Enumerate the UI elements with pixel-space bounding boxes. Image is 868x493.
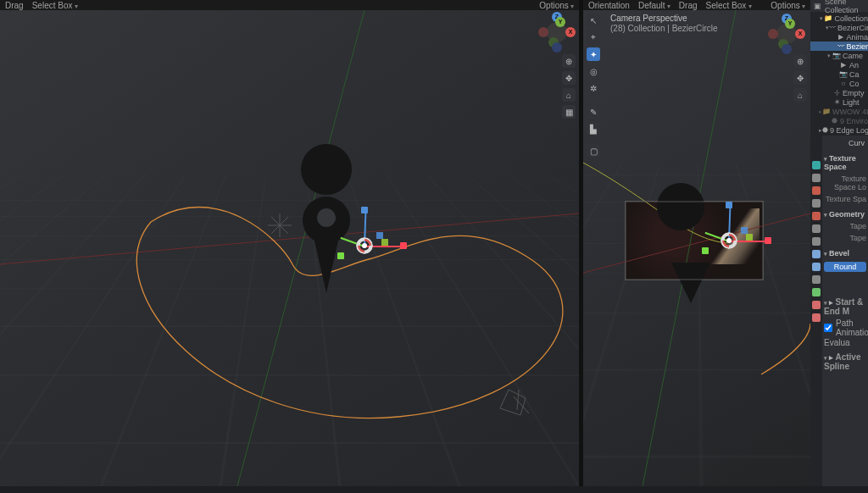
select-mode-2[interactable]: Select Box	[706, 1, 752, 10]
gizmo-toggle[interactable]: ✦	[587, 47, 600, 61]
outliner-row[interactable]: ▶Anima	[810, 32, 868, 42]
status-bar	[0, 486, 868, 493]
nav-gizmo[interactable]: Z Y X	[540, 15, 574, 49]
path-anim-eval[interactable]: Evalua	[824, 338, 866, 347]
tab-render[interactable]	[812, 161, 821, 169]
svg-line-1	[237, 10, 364, 486]
section-startend[interactable]: ▸ Start & End M	[824, 296, 866, 318]
outliner-row[interactable]: ▸📁WWOW 4K L	[810, 107, 868, 116]
tab-physics[interactable]	[812, 263, 821, 271]
outliner-row[interactable]: ☀Light	[810, 97, 868, 107]
texture-space-loc[interactable]: Texture Space Lo	[824, 173, 866, 193]
outliner-row[interactable]: ▾〰BezierCirc	[810, 23, 868, 32]
outliner-row[interactable]: ○Co	[810, 79, 868, 88]
axis-y[interactable]: Y	[555, 17, 565, 27]
outliner-panel: ▣ Scene Collection ▾📁Collection▾〰BezierC…	[810, 0, 868, 136]
pan-icon-2[interactable]: ✥	[793, 71, 807, 85]
zoom-icon[interactable]: ⊕	[562, 54, 576, 68]
measure-tool[interactable]: ▙	[587, 122, 600, 136]
nav-gizmo-2[interactable]: Z Y X	[770, 17, 804, 51]
tab-output[interactable]	[812, 174, 821, 182]
properties-panel: Curv Texture Space Texture Space Lo Text…	[810, 136, 868, 493]
outliner-title: Scene Collection	[825, 0, 865, 14]
breadcrumb: Curv	[824, 137, 866, 149]
outliner-row[interactable]: ▾📁Collection	[810, 14, 868, 23]
drag-label: Drag	[5, 1, 24, 10]
outliner-row[interactable]: ⬣9 Enviro	[810, 116, 868, 125]
annotate-tool[interactable]: ✎	[587, 105, 600, 119]
tab-world[interactable]	[812, 212, 821, 220]
cursor-tool[interactable]: ↖	[587, 14, 600, 27]
camera-icon[interactable]: ⌂	[562, 88, 576, 102]
tab-modifier[interactable]	[812, 237, 821, 246]
outliner-row[interactable]: ⊹Empty	[810, 88, 868, 97]
taper-2[interactable]: Tape	[824, 232, 866, 244]
orientation-label: Orientation	[588, 1, 630, 10]
view-title: Camera Perspective	[610, 14, 718, 24]
collection-root-icon: ▣	[814, 2, 821, 10]
persp-icon[interactable]: ▦	[562, 105, 576, 119]
outliner-row[interactable]: ▾📷Came	[810, 51, 868, 60]
camera-icon-2[interactable]: ⌂	[793, 88, 807, 102]
section-geometry[interactable]: Geometry	[824, 208, 866, 220]
svg-line-0	[0, 213, 579, 264]
outliner-row[interactable]: 〰Bezier	[810, 42, 868, 51]
section-bevel[interactable]: Bevel	[824, 247, 866, 259]
tab-viewlayer[interactable]	[812, 186, 821, 195]
orientation-value[interactable]: Default	[638, 1, 670, 10]
tab-constraint[interactable]	[812, 275, 821, 284]
drag-label-2: Drag	[679, 1, 698, 10]
section-active-spline[interactable]: ▸ Active Spline	[824, 351, 866, 373]
path-anim-checkbox[interactable]	[824, 324, 832, 332]
svg-point-3	[317, 208, 336, 227]
texture-space-rot[interactable]: Texture Spa	[824, 193, 866, 205]
options-menu-2[interactable]: Options	[771, 1, 805, 10]
bevel-round[interactable]: Round	[824, 262, 866, 272]
tab-material[interactable]	[812, 301, 821, 309]
view-subtitle: (28) Collection | BezierCircle	[610, 24, 718, 34]
outliner-row[interactable]: 📷Ca	[810, 69, 868, 79]
tab-particles[interactable]	[812, 250, 821, 258]
zoom-icon-2[interactable]: ⊕	[793, 54, 807, 68]
section-texture-space[interactable]: Texture Space	[824, 152, 866, 173]
pan-icon[interactable]: ✥	[562, 71, 576, 85]
snap-toggle[interactable]: ✲	[587, 81, 600, 95]
outliner-row[interactable]: ▸⬣9 Edge Logo	[810, 125, 868, 135]
tab-curve[interactable]	[812, 288, 821, 296]
tab-scene[interactable]	[812, 199, 821, 208]
axis-x[interactable]: X	[565, 27, 576, 37]
outliner-row[interactable]: ▶An	[810, 60, 868, 69]
addcube-tool[interactable]: ▢	[587, 144, 600, 158]
taper-1[interactable]: Tape	[824, 220, 866, 232]
options-menu[interactable]: Options	[539, 1, 574, 10]
tab-texture[interactable]	[812, 313, 821, 322]
select-mode[interactable]: Select Box	[32, 1, 78, 10]
tab-object[interactable]	[812, 224, 821, 233]
3d-cursor-tool[interactable]: ⌖	[587, 30, 600, 44]
overlay-toggle[interactable]: ◎	[587, 64, 600, 78]
path-anim-label: Path Animatio	[836, 319, 868, 337]
